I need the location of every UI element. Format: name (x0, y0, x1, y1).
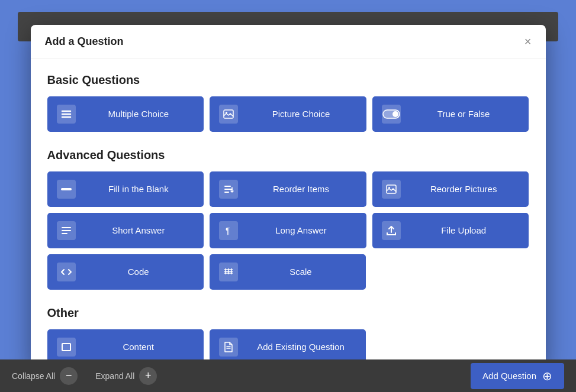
reorder-pictures-label: Reorder Pictures (408, 184, 520, 194)
advanced-row3: Code Scale (47, 254, 529, 290)
fill-blank-button[interactable]: Fill in the Blank (47, 171, 204, 207)
code-icon (57, 263, 76, 281)
long-answer-icon: ¶ (219, 221, 238, 240)
other-title: Other (47, 306, 529, 320)
svg-rect-4 (61, 188, 72, 190)
long-answer-button[interactable]: ¶ Long Answer (210, 213, 366, 248)
short-answer-icon (57, 221, 76, 240)
svg-rect-20 (62, 344, 70, 351)
scale-icon (219, 263, 238, 281)
modal-container: Add a Question × Basic Questions Multipl… (31, 25, 546, 368)
multiple-choice-label: Multiple Choice (83, 109, 195, 119)
modal-close-button[interactable]: × (524, 35, 532, 47)
picture-choice-label: Picture Choice (245, 109, 357, 119)
svg-text:¶: ¶ (226, 226, 230, 235)
advanced-questions-title: Advanced Questions (47, 148, 529, 162)
expand-all-label: Expand All (95, 371, 134, 381)
code-label: Code (83, 267, 194, 277)
true-or-false-button[interactable]: True or False (372, 96, 529, 132)
modal-body: Basic Questions Multiple Choice (31, 59, 546, 368)
collapse-all-button[interactable]: Collapse All − (12, 367, 78, 385)
add-existing-icon (219, 338, 238, 357)
modal-header: Add a Question × (31, 25, 546, 59)
collapse-all-label: Collapse All (12, 371, 55, 381)
modal-backdrop: Add a Question × Basic Questions Multipl… (0, 0, 576, 392)
picture-choice-button[interactable]: Picture Choice (210, 96, 366, 132)
true-or-false-label: True or False (408, 109, 520, 119)
add-question-plus-icon: ⊕ (542, 369, 552, 383)
scale-button[interactable]: Scale (210, 254, 366, 290)
true-or-false-icon (382, 105, 401, 124)
code-button[interactable]: Code (47, 254, 204, 290)
fill-blank-label: Fill in the Blank (83, 184, 195, 194)
basic-questions-grid: Multiple Choice Picture Choice (47, 96, 529, 132)
file-upload-icon (382, 221, 401, 240)
modal-title: Add a Question (45, 35, 124, 48)
basic-questions-title: Basic Questions (47, 73, 529, 87)
expand-all-icon[interactable]: + (139, 367, 157, 385)
reorder-items-icon (219, 180, 238, 199)
fill-blank-icon (57, 180, 76, 199)
multiple-choice-button[interactable]: Multiple Choice (47, 96, 204, 132)
advanced-row2: Short Answer ¶ Long Answer (47, 213, 529, 248)
reorder-pictures-icon (382, 180, 401, 199)
content-label: Content (83, 342, 194, 352)
bottom-bar: Collapse All − Expand All + Add Question… (0, 359, 576, 392)
add-question-label: Add Question (482, 371, 536, 381)
short-answer-label: Short Answer (83, 225, 195, 235)
expand-all-button[interactable]: Expand All + (95, 367, 157, 385)
long-answer-label: Long Answer (245, 225, 357, 235)
reorder-items-label: Reorder Items (245, 184, 357, 194)
collapse-all-icon[interactable]: − (60, 367, 78, 385)
file-upload-button[interactable]: File Upload (372, 213, 529, 248)
reorder-items-button[interactable]: Reorder Items (210, 171, 366, 207)
file-upload-label: File Upload (408, 225, 520, 235)
svg-point-3 (392, 111, 398, 117)
bottom-left-controls: Collapse All − Expand All + (12, 367, 157, 385)
add-existing-label: Add Existing Question (245, 342, 356, 352)
short-answer-button[interactable]: Short Answer (47, 213, 204, 248)
scale-label: Scale (245, 267, 356, 277)
add-question-button[interactable]: Add Question ⊕ (471, 363, 564, 389)
multiple-choice-icon (57, 105, 76, 124)
content-icon (57, 338, 76, 357)
picture-choice-icon (219, 105, 238, 124)
advanced-row1: Fill in the Blank Reorder Items (47, 171, 529, 207)
reorder-pictures-button[interactable]: Reorder Pictures (372, 171, 529, 207)
